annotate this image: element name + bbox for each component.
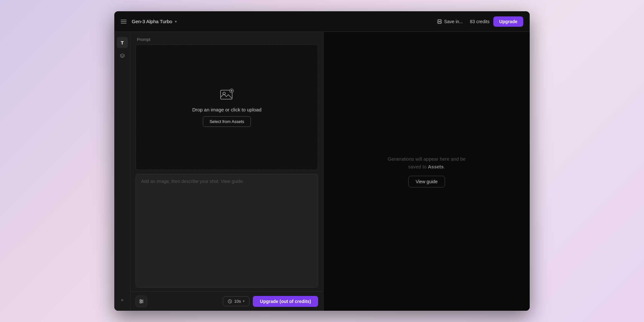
toolbar-left — [136, 296, 147, 307]
chevron-down-icon: ▾ — [175, 19, 177, 24]
generations-text-line1: Generations will appear here and be — [388, 156, 466, 162]
collapse-button[interactable] — [117, 295, 128, 306]
upload-image-icon — [219, 88, 235, 103]
right-panel: Generations will appear here and be save… — [324, 32, 530, 311]
save-label: Save in... — [444, 19, 463, 24]
bottom-toolbar: 10s ▾ Upgrade (out of credits) — [130, 291, 323, 311]
left-sidebar: T — [114, 32, 130, 311]
toolbar-right: 10s ▾ Upgrade (out of credits) — [223, 296, 318, 307]
svg-point-10 — [141, 301, 143, 302]
upload-text: Drop an image or click to upload — [192, 107, 261, 112]
credits-badge: 83 credits — [470, 19, 490, 24]
save-icon — [437, 19, 442, 24]
prompt-label: Prompt — [130, 32, 323, 44]
svg-rect-2 — [438, 22, 441, 24]
header: Gen-3 Alpha Turbo ▾ Save in... 83 credit… — [114, 11, 530, 32]
save-button[interactable]: Save in... — [434, 17, 466, 26]
clock-icon — [228, 299, 232, 304]
header-right: Save in... 83 credits Upgrade — [434, 16, 523, 27]
settings-icon-button[interactable] — [136, 296, 147, 307]
assets-link: Assets — [428, 164, 444, 169]
sliders-icon — [139, 299, 144, 304]
generations-text-line2: saved to — [408, 164, 428, 169]
view-guide-button[interactable]: View guide — [408, 176, 445, 187]
sidebar-item-layers[interactable] — [117, 51, 128, 62]
upgrade-generate-button[interactable]: Upgrade (out of credits) — [253, 296, 318, 307]
generations-message: Generations will appear here and be save… — [388, 155, 466, 171]
duration-button[interactable]: 10s ▾ — [223, 296, 250, 306]
menu-icon[interactable] — [121, 20, 127, 24]
collapse-icon — [120, 298, 125, 302]
upload-area[interactable]: Drop an image or click to upload Select … — [136, 44, 318, 170]
select-assets-button[interactable]: Select from Assets — [203, 116, 251, 127]
model-name: Gen-3 Alpha Turbo — [132, 19, 172, 24]
layers-icon — [119, 53, 125, 59]
svg-point-11 — [140, 302, 141, 303]
sidebar-bottom — [117, 295, 128, 306]
header-left: Gen-3 Alpha Turbo ▾ — [121, 19, 177, 24]
app-window: Gen-3 Alpha Turbo ▾ Save in... 83 credit… — [114, 11, 530, 311]
upgrade-button[interactable]: Upgrade — [493, 16, 523, 27]
svg-point-9 — [140, 299, 141, 301]
main-layout: T Prompt — [114, 32, 530, 311]
duration-label: 10s — [234, 299, 241, 304]
left-panel: Prompt Drop an image or click to upload … — [130, 32, 324, 311]
model-selector[interactable]: Gen-3 Alpha Turbo ▾ — [132, 19, 177, 24]
svg-rect-1 — [439, 20, 441, 21]
prompt-textarea[interactable] — [136, 174, 318, 288]
sidebar-item-text[interactable]: T — [117, 37, 128, 48]
generations-text-period: . — [444, 164, 445, 169]
text-icon: T — [121, 40, 124, 45]
duration-chevron-icon: ▾ — [243, 299, 245, 303]
